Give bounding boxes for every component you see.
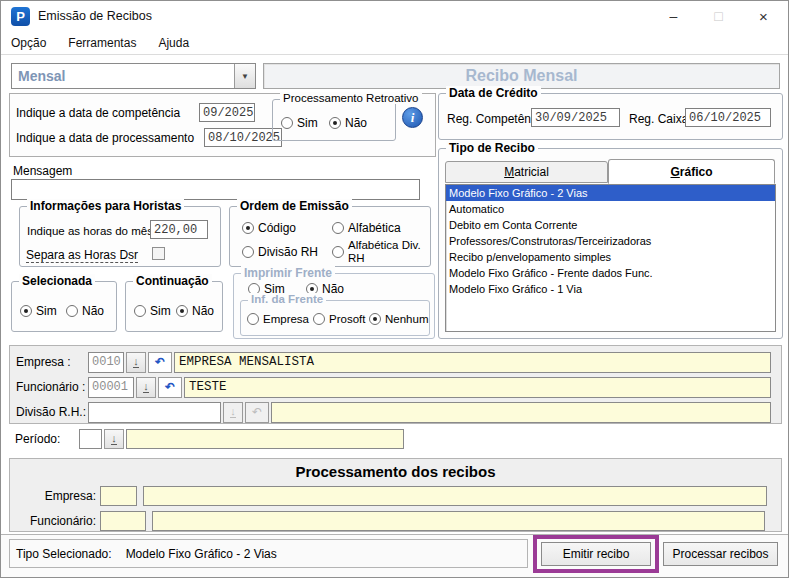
divisao-rh-label: Divisão R.H.: <box>16 405 88 419</box>
close-icon[interactable]: × <box>741 1 786 31</box>
horistas-group: Informações para Horistas Indique as hor… <box>19 206 221 267</box>
radio-icon <box>369 313 381 325</box>
modelo-listbox[interactable]: Modelo Fixo Gráfico - 2 Vias Automatico … <box>445 184 776 332</box>
list-item[interactable]: Debito em Conta Corrente <box>446 217 775 233</box>
processamento-retroativo-title: Processamento Retroativo <box>280 92 422 104</box>
tipo-recibo-group: Tipo de Recibo Matricial Gráfico Modelo … <box>438 148 783 339</box>
periodo-name-field[interactable] <box>126 429 404 449</box>
menu-opcao[interactable]: Opção <box>11 36 46 50</box>
list-item[interactable]: Modelo Fixo Gráfico - Frente dados Func. <box>446 265 775 281</box>
funcionario-name-field[interactable]: TESTE <box>184 377 771 398</box>
processamento-panel: Processamento dos recibos Empresa: Funci… <box>9 458 782 532</box>
continuacao-nao-radio[interactable]: Não <box>176 304 214 318</box>
imprimir-frente-title: Imprimir Frente <box>241 266 335 280</box>
info-icon[interactable]: i <box>402 107 423 128</box>
funcionario-undo-button[interactable]: ↶ <box>158 377 182 398</box>
list-item[interactable]: Modelo Fixo Gráfico - 2 Vias <box>446 185 775 201</box>
separa-horas-dsr-label[interactable]: Separa as Horas Dsr <box>26 248 138 263</box>
retroativo-nao-radio[interactable]: Não <box>329 116 367 130</box>
radio-icon <box>242 246 254 258</box>
undo-arrow-icon: ↶ <box>155 355 165 369</box>
horas-mes-field[interactable]: 220,00 <box>150 220 208 239</box>
separa-horas-dsr-checkbox[interactable] <box>152 247 165 260</box>
tab-matricial[interactable]: Matricial <box>445 161 608 183</box>
data-processamento-label: Indique a data de processamento <box>16 131 194 145</box>
divisao-rh-code-field[interactable] <box>88 402 221 423</box>
reg-competencia-field[interactable]: 30/09/2025 <box>531 108 620 127</box>
processar-recibos-button[interactable]: Processar recibos <box>663 542 778 566</box>
emitir-recibo-button[interactable]: Emitir recibo <box>541 542 651 566</box>
inf-frente-empresa-label: Empresa <box>263 313 309 325</box>
selecionada-sim-radio[interactable]: Sim <box>20 304 57 318</box>
processamento-funcionario-code-field <box>100 511 146 531</box>
tipo-folha-value: Mensal <box>12 64 234 88</box>
ordem-codigo-radio[interactable]: Código <box>242 221 296 235</box>
empresa-undo-button[interactable]: ↶ <box>148 352 172 373</box>
ordem-alfabetica-div-rh-radio[interactable]: Alfabética Div. RH <box>332 239 422 265</box>
processamento-retroativo-group: Processamento Retroativo Sim Não <box>272 99 396 141</box>
radio-icon <box>247 313 259 325</box>
periodo-lookup-button[interactable]: ↓ <box>104 429 124 449</box>
tipo-recibo-title: Tipo de Recibo <box>446 141 538 155</box>
selecionada-group: Selecionada Sim Não <box>11 281 117 332</box>
chevron-down-icon[interactable]: ▼ <box>234 64 255 88</box>
horas-mes-label: Indique as horas do mês <box>27 225 153 237</box>
mensagem-input[interactable] <box>11 179 420 200</box>
list-item[interactable]: Automatico <box>446 201 775 217</box>
undo-arrow-icon: ↶ <box>165 380 175 394</box>
tipo-folha-select[interactable]: Mensal ▼ <box>11 63 256 89</box>
list-item[interactable]: Professores/Construtoras/Terceirizadoras <box>446 233 775 249</box>
tipo-selecionado-panel: Tipo Selecionado: Modelo Fixo Gráfico - … <box>9 539 528 568</box>
menu-ferramentas[interactable]: Ferramentas <box>68 36 136 50</box>
ordem-divisao-rh-radio[interactable]: Divisão RH <box>242 245 318 259</box>
list-item[interactable]: Recibo p/envelopamento simples <box>446 249 775 265</box>
retroativo-sim-label: Sim <box>297 116 318 130</box>
funcionario-label: Funcionário : <box>16 380 88 394</box>
data-competencia-field[interactable]: 09/2025 <box>199 103 255 122</box>
empresa-lookup-button[interactable]: ↓ <box>126 352 146 373</box>
radio-icon <box>134 305 146 317</box>
reg-caixa-field[interactable]: 06/10/2025 <box>685 108 771 127</box>
selecionada-nao-radio[interactable]: Não <box>66 304 104 318</box>
empresa-name-field[interactable]: EMPRESA MENSALISTA <box>174 352 771 373</box>
app-logo-icon: P <box>11 7 30 26</box>
radio-icon <box>176 305 188 317</box>
ordem-alfabetica-radio[interactable]: Alfabética <box>332 221 401 235</box>
continuacao-title: Continuação <box>133 274 212 288</box>
funcionario-lookup-button[interactable]: ↓ <box>136 377 156 398</box>
tipo-selecionado-value: Modelo Fixo Gráfico - 2 Vias <box>126 547 277 561</box>
continuacao-sim-label: Sim <box>150 304 171 318</box>
periodo-code-field[interactable] <box>79 429 102 449</box>
ordem-emissao-group: Ordem de Emissão Código Alfabética Divis… <box>229 206 431 267</box>
data-processamento-field[interactable]: 08/10/2025 <box>204 128 282 147</box>
list-item[interactable]: Modelo Fixo Gráfico - 1 Via <box>446 281 775 297</box>
retroativo-sim-radio[interactable]: Sim <box>281 116 318 130</box>
radio-icon <box>329 117 341 129</box>
inf-frente-empresa-radio[interactable]: Empresa <box>247 313 309 325</box>
selecionada-sim-label: Sim <box>36 304 57 318</box>
empresa-code-field[interactable]: 0010 <box>88 352 124 373</box>
selecionada-title: Selecionada <box>19 274 95 288</box>
inf-frente-nenhum-radio[interactable]: Nenhum <box>369 313 428 325</box>
minimize-icon[interactable]: – <box>651 1 696 31</box>
inf-da-frente-title: Inf. da Frente <box>248 293 326 305</box>
funcionario-code-field[interactable]: 00001 <box>88 377 134 398</box>
tab-matricial-label: atricial <box>514 165 549 179</box>
data-competencia-label: Indique a data de competência <box>16 106 180 120</box>
tab-grafico[interactable]: Gráfico <box>608 159 775 184</box>
continuacao-group: Continuação Sim Não <box>125 281 223 332</box>
mensagem-label: Mensagem <box>13 164 72 178</box>
inf-frente-prosoft-radio[interactable]: Prosoft <box>313 313 365 325</box>
processamento-empresa-row: Empresa: <box>10 485 781 506</box>
tipo-selecionado-label: Tipo Selecionado: <box>16 547 112 561</box>
continuacao-sim-radio[interactable]: Sim <box>134 304 171 318</box>
radio-icon <box>20 305 32 317</box>
dates-panel: Indique a data de competência 09/2025 In… <box>9 93 436 157</box>
divisao-rh-name-field[interactable] <box>271 402 771 423</box>
reg-caixa-label: Reg. Caixa <box>629 112 688 126</box>
tab-grafico-label: ráfico <box>680 165 713 179</box>
periodo-label: Período: <box>15 432 79 446</box>
imprimir-frente-group: Imprimir Frente Sim Não Inf. da Frente E… <box>233 273 435 339</box>
emissao-recibos-window: P Emissão de Recibos – □ × Opção Ferrame… <box>0 0 789 578</box>
menu-ajuda[interactable]: Ajuda <box>158 36 189 50</box>
